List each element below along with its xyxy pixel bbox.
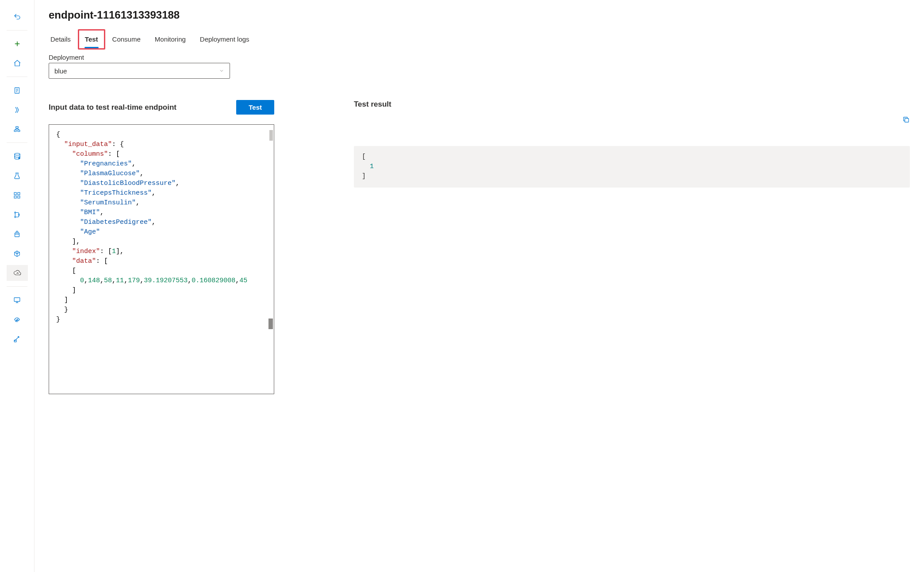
test-button[interactable]: Test bbox=[236, 100, 274, 115]
deployment-value: blue bbox=[54, 67, 67, 75]
input-panel: Input data to test real-time endpoint Te… bbox=[49, 100, 274, 394]
result-panel: Test result [ 1 ] bbox=[354, 100, 910, 394]
svg-point-12 bbox=[18, 214, 19, 215]
input-title: Input data to test real-time endpoint bbox=[49, 103, 176, 112]
svg-rect-9 bbox=[18, 196, 20, 198]
tab-deployment-logs[interactable]: Deployment logs bbox=[198, 32, 251, 48]
svg-rect-2 bbox=[14, 130, 16, 131]
models-icon[interactable] bbox=[7, 246, 28, 261]
svg-rect-13 bbox=[15, 233, 19, 237]
scrollbar-thumb[interactable] bbox=[269, 130, 273, 141]
deployment-section: Deployment blue bbox=[49, 54, 910, 79]
code-content: { "input_data": { "columns": [ "Pregnanc… bbox=[49, 125, 274, 330]
result-output: [ 1 ] bbox=[354, 146, 910, 188]
designer-icon[interactable] bbox=[7, 121, 28, 137]
environments-icon[interactable] bbox=[7, 226, 28, 242]
content-row: Input data to test real-time endpoint Te… bbox=[49, 100, 910, 394]
scrollbar-thumb[interactable] bbox=[268, 319, 273, 329]
deployment-dropdown[interactable]: blue bbox=[49, 63, 230, 79]
svg-rect-1 bbox=[16, 127, 19, 128]
data-icon[interactable] bbox=[7, 148, 28, 164]
svg-point-10 bbox=[15, 212, 16, 213]
tab-details[interactable]: Details bbox=[49, 32, 73, 48]
pipelines-icon[interactable] bbox=[7, 207, 28, 223]
automl-icon[interactable] bbox=[7, 102, 28, 118]
deployment-label: Deployment bbox=[49, 54, 910, 61]
compute-icon[interactable] bbox=[7, 292, 28, 308]
input-code-editor[interactable]: { "input_data": { "columns": [ "Pregnanc… bbox=[49, 124, 274, 394]
linked-services-icon[interactable] bbox=[7, 331, 28, 347]
chevron-down-icon bbox=[219, 68, 224, 73]
main-content: endpoint-11161313393188 Details Test Con… bbox=[35, 0, 924, 572]
tab-test[interactable]: Test bbox=[83, 32, 100, 48]
notebook-icon[interactable] bbox=[7, 82, 28, 98]
jobs-icon[interactable] bbox=[7, 168, 28, 184]
svg-rect-8 bbox=[14, 196, 16, 198]
datastores-icon[interactable] bbox=[7, 311, 28, 327]
svg-rect-7 bbox=[18, 192, 20, 195]
svg-point-11 bbox=[15, 216, 16, 218]
tab-monitoring[interactable]: Monitoring bbox=[153, 32, 188, 48]
svg-rect-6 bbox=[14, 192, 16, 195]
components-icon[interactable] bbox=[7, 187, 28, 203]
home-icon[interactable] bbox=[7, 55, 28, 71]
svg-point-4 bbox=[15, 153, 20, 155]
svg-rect-3 bbox=[18, 130, 20, 131]
add-icon[interactable] bbox=[7, 36, 28, 52]
page-title: endpoint-11161313393188 bbox=[49, 9, 910, 21]
sidebar bbox=[0, 0, 35, 572]
tab-consume[interactable]: Consume bbox=[111, 32, 142, 48]
result-title: Test result bbox=[354, 100, 391, 109]
tabs: Details Test Consume Monitoring Deployme… bbox=[49, 32, 910, 48]
svg-rect-16 bbox=[905, 119, 909, 123]
svg-rect-14 bbox=[14, 297, 20, 301]
back-icon[interactable] bbox=[7, 9, 28, 25]
copy-icon[interactable] bbox=[902, 116, 910, 125]
svg-point-5 bbox=[19, 157, 20, 159]
endpoints-icon[interactable] bbox=[7, 265, 28, 281]
